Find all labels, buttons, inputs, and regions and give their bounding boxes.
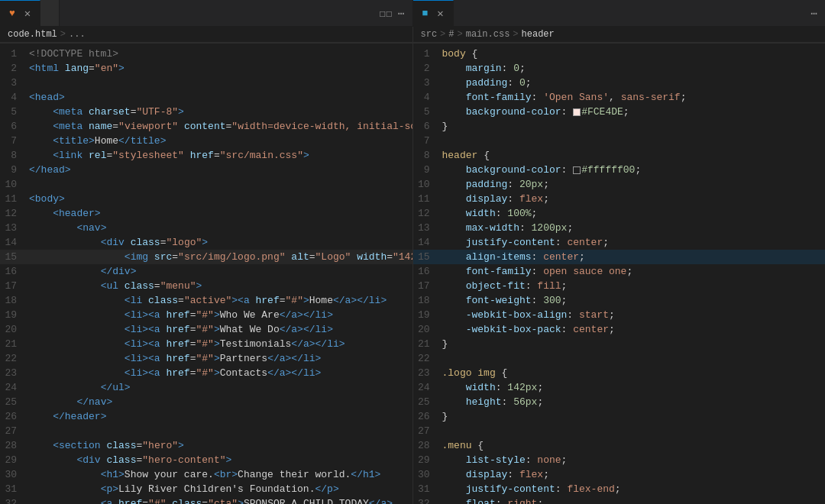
line-number: 1 <box>0 47 29 61</box>
line-number: 13 <box>413 221 442 235</box>
line-content: background-color: #ffffff00; <box>442 163 810 177</box>
line-content: </header> <box>29 409 397 424</box>
split-editor-icon[interactable]: ☐☐ <box>379 7 392 20</box>
table-row: 22 <li><a href="#">Partners</a></li> <box>0 351 412 366</box>
more-actions-icon-left[interactable]: ⋯ <box>398 7 404 20</box>
line-content: <li><a href="#">Partners</a></li> <box>29 351 397 366</box>
line-content: <a href="#" class="cta">SPONSOR A CHILD … <box>29 496 397 504</box>
table-row: 19 <li><a href="#">Who We Are</a></li> <box>0 308 412 322</box>
right-editor-pane: 1body {2 margin: 0;3 padding: 0;4 font-f… <box>412 44 826 504</box>
line-content: justify-content: center; <box>442 235 810 250</box>
breadcrumb-ellipsis: ... <box>69 29 86 40</box>
line-number: 6 <box>413 119 442 134</box>
line-content: <link rel="stylesheet" href="src/main.cs… <box>29 148 397 163</box>
line-number: 16 <box>0 264 29 279</box>
line-number: 6 <box>0 119 29 134</box>
table-row: 13 <nav> <box>0 221 412 235</box>
line-number: 22 <box>0 351 29 366</box>
table-row: 32 <a href="#" class="cta">SPONSOR A CHI… <box>0 496 412 504</box>
line-number: 12 <box>0 206 29 221</box>
line-content: } <box>442 337 810 351</box>
line-content: body { <box>442 47 810 61</box>
line-content: .logo img { <box>442 366 810 380</box>
table-row: 15 align-items: center; <box>413 250 826 264</box>
table-row: 9 background-color: #ffffff00; <box>413 163 826 177</box>
table-row: 16 font-family: open sauce one; <box>413 264 826 279</box>
line-number: 27 <box>0 424 29 438</box>
line-content: header { <box>442 148 810 163</box>
line-number: 19 <box>413 308 442 322</box>
line-content: <nav> <box>29 221 397 235</box>
line-content: width: 142px; <box>442 380 810 395</box>
line-content: <body> <box>29 192 397 206</box>
tab-code-html[interactable]: ♥ ✕ <box>0 0 40 26</box>
line-content: <header> <box>29 206 397 221</box>
line-content: <p>Lily River Children's Foundation.</p> <box>29 482 397 496</box>
line-number: 14 <box>413 235 442 250</box>
table-row: 3 padding: 0; <box>413 76 826 90</box>
line-number: 14 <box>0 235 29 250</box>
line-number: 9 <box>413 163 442 177</box>
line-number: 7 <box>413 134 442 148</box>
left-editor-content[interactable]: 1<!DOCTYPE html>2<html lang="en">34<head… <box>0 44 412 504</box>
line-number: 8 <box>413 148 442 163</box>
line-content: <html lang="en"> <box>29 61 397 76</box>
table-row: 18 font-weight: 300; <box>413 293 826 308</box>
line-number: 23 <box>413 366 442 380</box>
line-number: 23 <box>0 366 29 380</box>
line-number: 3 <box>0 76 29 90</box>
table-row: 9</head> <box>0 163 412 177</box>
table-row: 2 margin: 0; <box>413 61 826 76</box>
line-content: <ul class="menu"> <box>29 279 397 293</box>
table-row: 3 <box>0 76 412 90</box>
line-content: width: 100%; <box>442 206 810 221</box>
table-row: 22 <box>413 351 826 366</box>
left-breadcrumb: code.html > ... <box>0 27 412 43</box>
tab-ellipsis[interactable] <box>40 0 60 26</box>
table-row: 27 <box>0 424 412 438</box>
line-content: font-family: 'Open Sans', sans-serif; <box>442 90 810 105</box>
line-content: background-color: #FCE4DE; <box>442 105 810 119</box>
breadcrumb-code-html: code.html <box>8 29 57 40</box>
right-breadcrumb: src > # > main.css > header <box>412 27 826 43</box>
breadcrumb-row: code.html > ... src > # > main.css > hea… <box>0 27 825 44</box>
table-row: 18 <li class="active"><a href="#">Home</… <box>0 293 412 308</box>
bc-sep2: > <box>440 29 445 40</box>
table-row: 2<html lang="en"> <box>0 61 412 76</box>
table-row: 13 max-width: 1200px; <box>413 221 826 235</box>
table-row: 15 <img src="src/img/logo.png" alt="Logo… <box>0 250 412 264</box>
table-row: 21 <li><a href="#">Testimonials</a></li> <box>0 337 412 351</box>
line-number: 26 <box>413 409 442 424</box>
table-row: 1body { <box>413 47 826 61</box>
line-number: 2 <box>413 61 442 76</box>
line-content: <section class="hero"> <box>29 438 397 453</box>
line-number: 20 <box>0 322 29 337</box>
line-number: 28 <box>0 438 29 453</box>
line-number: 15 <box>413 250 442 264</box>
line-content: font-family: open sauce one; <box>442 264 810 279</box>
line-content: margin: 0; <box>442 61 810 76</box>
tab-close-main-css[interactable]: ✕ <box>437 8 443 19</box>
line-content: font-weight: 300; <box>442 293 810 308</box>
line-number: 17 <box>0 279 29 293</box>
more-actions-icon-right[interactable]: ⋯ <box>811 7 817 20</box>
line-content: <div class="hero-content"> <box>29 453 397 467</box>
table-row: 7 <box>413 134 826 148</box>
editors-container: 1<!DOCTYPE html>2<html lang="en">34<head… <box>0 44 825 504</box>
right-editor-content[interactable]: 1body {2 margin: 0;3 padding: 0;4 font-f… <box>413 44 826 504</box>
table-row: 12 <header> <box>0 206 412 221</box>
table-row: 29 list-style: none; <box>413 453 826 467</box>
line-content: display: flex; <box>442 467 810 482</box>
table-row: 10 padding: 20px; <box>413 177 826 192</box>
html-icon: ♥ <box>9 8 15 19</box>
line-content: .menu { <box>442 438 810 453</box>
tab-close-code-html[interactable]: ✕ <box>24 8 31 19</box>
line-number: 30 <box>413 467 442 482</box>
table-row: 4<head> <box>0 90 412 105</box>
tab-main-css[interactable]: ■ ✕ <box>413 0 454 26</box>
table-row: 7 <title>Home</title> <box>0 134 412 148</box>
line-content: <li><a href="#">Who We Are</a></li> <box>29 308 397 322</box>
table-row: 12 width: 100%; <box>413 206 826 221</box>
line-number: 25 <box>0 395 29 409</box>
line-content: <li><a href="#">What We Do</a></li> <box>29 322 397 337</box>
